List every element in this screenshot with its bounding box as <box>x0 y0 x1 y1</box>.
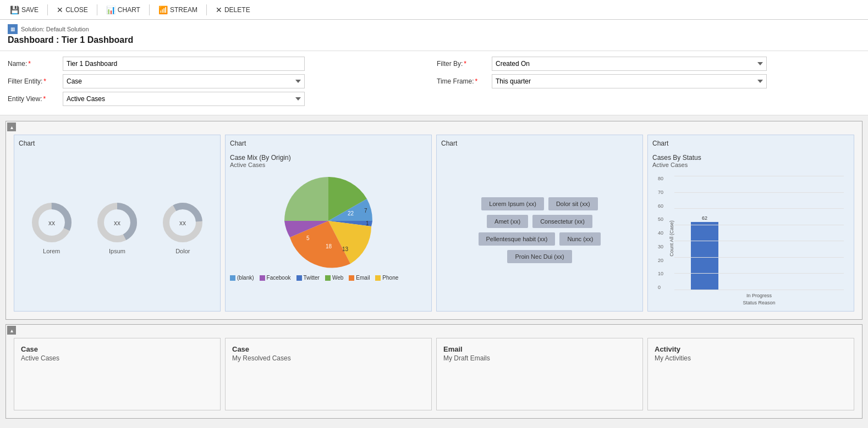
tag-cloud: Lorem Ipsum (xx) Dolor sit (xx) Amet (xx… <box>441 154 638 307</box>
svg-text:1: 1 <box>366 220 369 226</box>
section-handle-list[interactable]: ▴ <box>7 326 16 335</box>
tag-pellentesque[interactable]: Pellentesque habit (xx) <box>479 232 556 246</box>
name-row: Name: * <box>8 57 431 71</box>
entity-view-select[interactable]: Active Cases <box>63 92 305 106</box>
filter-by-select[interactable]: Created On <box>492 57 767 71</box>
legend-dot-email <box>349 275 354 281</box>
list-entity-4: Activity <box>655 345 847 353</box>
svg-text:xx: xx <box>48 219 55 227</box>
page-title: Dashboard : Tier 1 Dashboard <box>8 35 860 45</box>
donut-area: xx Lorem xx Ipsum <box>19 154 216 307</box>
legend-dot-facebook <box>260 275 265 281</box>
solution-line: ▦ Solution: Default Solution <box>8 24 860 34</box>
tag-nunc[interactable]: Nunc (xx) <box>559 232 601 246</box>
delete-button[interactable]: ✕ DELETE <box>211 4 255 16</box>
separator <box>47 4 48 15</box>
list-section: ▴ Case Active Cases Case My Resolved Cas… <box>6 324 862 419</box>
list-entity-2: Case <box>232 345 425 353</box>
pie-area: Case Mix (By Origin) Active Cases <box>230 154 427 307</box>
main-content: ▴ Chart xx Lorem <box>0 115 868 424</box>
tag-consectetur[interactable]: Consectetur (xx) <box>532 215 592 228</box>
list-panel-4: Activity My Activities <box>647 338 854 410</box>
svg-text:xx: xx <box>179 219 186 227</box>
donut-item-2: xx Ipsum <box>95 201 139 254</box>
list-container: Case Active Cases Case My Resolved Cases… <box>6 325 862 418</box>
entity-view-label: Entity View: * <box>8 95 57 103</box>
delete-label: DELETE <box>224 6 250 14</box>
time-frame-select[interactable]: This quarter <box>492 74 767 88</box>
close-button[interactable]: ✕ CLOSE <box>52 4 92 16</box>
solution-icon: ▦ <box>8 24 18 34</box>
name-input[interactable] <box>63 57 305 71</box>
svg-text:7: 7 <box>364 208 367 214</box>
filter-by-row: Filter By: * Created On <box>437 57 860 71</box>
tag-amet[interactable]: Amet (xx) <box>487 215 528 228</box>
tag-lorem-ipsum[interactable]: Lorem Ipsum (xx) <box>481 197 544 210</box>
svg-text:18: 18 <box>326 243 332 249</box>
x-axis-label: In Progress <box>674 293 844 298</box>
chart2-title: Chart <box>230 140 427 149</box>
chart-label: CHART <box>118 6 140 14</box>
time-frame-row: Time Frame: * This quarter <box>437 74 860 88</box>
list-panel-1: Case Active Cases <box>14 338 221 410</box>
chart-panel-1: Chart xx Lorem <box>14 135 221 312</box>
tag-proin[interactable]: Proin Nec Dui (xx) <box>507 250 572 263</box>
y-axis-label: Count All (Case) <box>669 220 674 257</box>
x-axis-sublabel: Status Reason <box>674 300 844 305</box>
donut-item-3: xx Dolor <box>161 201 205 254</box>
pie-legend: (blank) Facebook Twitter Web <box>230 275 398 281</box>
legend-dot-twitter <box>296 275 302 281</box>
list-entity-1: Case <box>21 345 213 353</box>
list-view-1: Active Cases <box>21 354 213 362</box>
svg-text:13: 13 <box>342 246 349 252</box>
section-handle-charts[interactable]: ▴ <box>7 123 16 131</box>
pie-chart-svg: 22 18 13 5 7 1 <box>279 171 378 270</box>
chart-panel-2: Chart Case Mix (By Origin) Active Cases <box>225 135 432 312</box>
donut-row: xx Lorem xx Ipsum <box>19 201 216 254</box>
chart-panel-3: Chart Lorem Ipsum (xx) Dolor sit (xx) Am… <box>436 135 643 312</box>
form-area: Name: * Filter Entity: * Case Entity Vie… <box>0 51 868 115</box>
stream-icon: 📶 <box>158 5 168 14</box>
list-view-4: My Activities <box>655 354 847 362</box>
bar-view-label: Active Cases <box>652 162 849 168</box>
chart-button[interactable]: 📊 CHART <box>102 4 145 16</box>
list-view-2: My Resolved Cases <box>232 354 425 362</box>
right-form: Filter By: * Created On Time Frame: * Th… <box>437 57 860 109</box>
save-label: SAVE <box>21 6 39 14</box>
toolbar: 💾 SAVE ✕ CLOSE 📊 CHART 📶 STREAM ✕ DELETE <box>0 0 868 20</box>
legend-dot-web <box>325 275 331 281</box>
pie-subtitle: Active Cases <box>230 162 265 168</box>
chart1-title: Chart <box>19 140 216 149</box>
name-label: Name: * <box>8 60 57 68</box>
delete-icon: ✕ <box>216 5 222 14</box>
tag-row-2: Amet (xx) Consectetur (xx) <box>487 215 592 228</box>
bar-grid <box>674 176 844 290</box>
legend-item-facebook: Facebook <box>260 275 291 281</box>
svg-text:5: 5 <box>306 235 310 241</box>
stream-button[interactable]: 📶 STREAM <box>154 4 202 16</box>
donut-item-1: xx Lorem <box>30 201 74 254</box>
legend-dot-phone <box>375 275 381 281</box>
legend-item-blank: (blank) <box>230 275 254 281</box>
donut-label-3: Dolor <box>175 248 190 254</box>
chart3-title: Chart <box>441 140 638 149</box>
filter-entity-label: Filter Entity: * <box>8 77 57 85</box>
separator2 <box>97 4 97 15</box>
list-entity-3: Email <box>443 345 636 353</box>
filter-entity-select[interactable]: Case <box>63 74 305 88</box>
legend-item-twitter: Twitter <box>296 275 320 281</box>
separator4 <box>206 4 207 15</box>
bar-chart-subtitle: Cases By Status <box>652 154 849 162</box>
charts-section: ▴ Chart xx Lorem <box>6 121 862 320</box>
form-row: Name: * Filter Entity: * Case Entity Vie… <box>8 57 860 109</box>
tag-dolor-sit[interactable]: Dolor sit (xx) <box>548 197 598 210</box>
save-button[interactable]: 💾 SAVE <box>6 4 43 16</box>
svg-text:22: 22 <box>348 210 354 216</box>
donut-chart-3: xx <box>161 201 205 244</box>
list-panel-2: Case My Resolved Cases <box>225 338 432 410</box>
donut-label-1: Lorem <box>43 248 60 254</box>
tag-row-1: Lorem Ipsum (xx) Dolor sit (xx) <box>481 197 597 210</box>
bar-area: Cases By Status Active Cases Count All (… <box>652 154 849 307</box>
list-view-3: My Draft Emails <box>443 354 636 362</box>
filter-by-label: Filter By: * <box>437 60 486 68</box>
